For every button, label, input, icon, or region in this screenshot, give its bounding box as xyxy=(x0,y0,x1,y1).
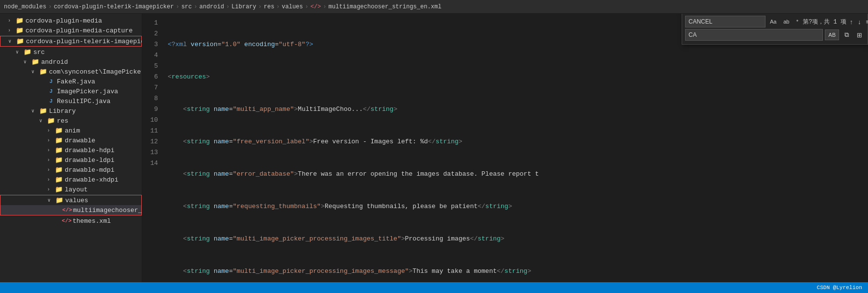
find-next-btn[interactable]: ↓ xyxy=(856,16,863,27)
breadcrumb-sep: › xyxy=(48,3,51,10)
sidebar-item-label: ImagePicker.java xyxy=(57,88,118,95)
arrow-icon: ∨ xyxy=(39,118,47,124)
arrow-icon: › xyxy=(8,18,16,24)
sidebar-item-layout[interactable]: › 📁 layout xyxy=(0,185,142,194)
find-match-case-btn[interactable]: Aa xyxy=(767,16,779,27)
sidebar: › 📁 cordova-plugin-media › 📁 cordova-plu… xyxy=(0,14,142,282)
sidebar-item-label: Library xyxy=(49,107,76,115)
find-replace-widget: Aa ab * 第?项，共 1 项 ↑ ↓ ≡ × AB ⧉ ⊞ xyxy=(682,14,868,45)
folder-icon: 📁 xyxy=(39,68,47,76)
sidebar-item-label: values xyxy=(65,197,88,204)
sidebar-item-drawable-mdpi[interactable]: › 📁 drawable-mdpi xyxy=(0,165,142,175)
find-expand-btn[interactable]: ≡ xyxy=(865,16,868,27)
sidebar-item-cordova-plugin-telerik[interactable]: ∨ 📁 cordova-plugin-telerik-imagepicker xyxy=(0,36,141,46)
arrow-icon: › xyxy=(47,148,55,153)
arrow-icon: › xyxy=(8,28,16,33)
replace-all-btn[interactable]: ⊞ xyxy=(854,29,865,40)
arrow-icon: › xyxy=(47,177,55,183)
sidebar-item-label: drawable-hdpi xyxy=(65,147,114,154)
breadcrumb: node_modules › cordova-plugin-telerik-im… xyxy=(0,0,868,14)
code-line-5: <string name="error_database">There was … xyxy=(168,169,864,180)
sidebar-item-themes-xml[interactable]: </> themes.xml xyxy=(0,216,142,226)
folder-icon: 📁 xyxy=(16,27,24,34)
sidebar-item-com-synconset[interactable]: ∨ 📁 com\synconset\ImagePicker xyxy=(0,67,142,77)
sidebar-item-label: cordova-plugin-telerik-imagepicker xyxy=(26,38,142,45)
sidebar-item-drawable-xhdpi[interactable]: › 📁 drawable-xhdpi xyxy=(0,175,142,185)
arrow-icon: ∨ xyxy=(48,197,55,203)
breadcrumb-sep: › xyxy=(276,3,280,10)
code-editor[interactable]: <?xml version="1.0" encoding="utf-8"?> <… xyxy=(162,14,868,282)
sidebar-item-anim[interactable]: › 📁 anim xyxy=(0,126,142,135)
sidebar-item-faker-java[interactable]: J FakeR.java xyxy=(0,77,142,86)
breadcrumb-part: node_modules xyxy=(4,3,46,10)
sidebar-item-drawable-hdpi[interactable]: › 📁 drawable-hdpi xyxy=(0,145,142,155)
folder-icon: 📁 xyxy=(55,146,63,154)
breadcrumb-part: res xyxy=(264,3,275,10)
arrow-icon: › xyxy=(47,187,55,192)
java-file-icon: J xyxy=(47,97,55,105)
breadcrumb-part: </> xyxy=(310,3,321,10)
replace-input[interactable] xyxy=(685,29,823,41)
sidebar-item-label: layout xyxy=(65,186,88,193)
sidebar-item-label: drawable-xhdpi xyxy=(65,176,118,184)
breadcrumb-sep: › xyxy=(258,3,262,10)
find-count: 第?项，共 1 项 xyxy=(803,18,846,26)
code-line-6: <string name="requesting_thumbnails">Req… xyxy=(168,201,864,212)
sidebar-item-values[interactable]: ∨ 📁 values xyxy=(0,195,141,205)
folder-icon: 📁 xyxy=(55,127,63,134)
folder-icon: 📁 xyxy=(55,136,63,144)
sidebar-item-cordova-plugin-media-capture[interactable]: › 📁 cordova-plugin-media-capture xyxy=(0,26,142,35)
arrow-icon: › xyxy=(47,158,55,163)
replace-preserve-case-btn[interactable]: AB xyxy=(825,29,839,40)
sidebar-item-imagepicker-java[interactable]: J ImagePicker.java xyxy=(0,86,142,96)
code-line-7: <string name="multi_image_picker_process… xyxy=(168,234,864,244)
find-whole-word-btn[interactable]: ab xyxy=(781,16,791,27)
folder-icon: 📁 xyxy=(55,166,63,174)
sidebar-item-label: com\synconset\ImagePicker xyxy=(49,68,142,76)
sidebar-item-multiimagechooser-xml[interactable]: </> multiimagechooser_strings_en.xml xyxy=(0,205,141,215)
java-file-icon: J xyxy=(47,78,55,85)
sidebar-item-label: drawable-ldpi xyxy=(65,157,114,164)
folder-icon: 📁 xyxy=(55,186,63,193)
sidebar-item-label: cordova-plugin-media-capture xyxy=(26,27,132,34)
find-input[interactable] xyxy=(685,16,766,27)
folder-icon: 📁 xyxy=(31,58,39,66)
arrow-icon: › xyxy=(47,138,55,143)
editor-content: 1 2 3 4 5 6 7 8 9 10 11 12 13 14 <?xml v… xyxy=(142,14,868,282)
sidebar-item-label: multiimagechooser_strings_en.xml xyxy=(73,207,142,214)
sidebar-item-android[interactable]: ∨ 📁 android xyxy=(0,57,142,67)
xml-file-icon: </> xyxy=(63,206,71,214)
arrow-icon: ∨ xyxy=(16,49,24,55)
sidebar-item-label: FakeR.java xyxy=(57,78,95,85)
folder-icon: 📁 xyxy=(55,156,63,164)
sidebar-item-drawable-ldpi[interactable]: › 📁 drawable-ldpi xyxy=(0,155,142,165)
sidebar-item-library[interactable]: ∨ 📁 Library xyxy=(0,106,142,116)
folder-icon: 📁 xyxy=(16,37,24,45)
breadcrumb-sep: › xyxy=(176,3,179,10)
arrow-icon: ∨ xyxy=(8,38,16,44)
sidebar-item-drawable[interactable]: › 📁 drawable xyxy=(0,135,142,145)
code-line-8: <string name="multi_image_picker_process… xyxy=(168,266,864,277)
breadcrumb-part: Library xyxy=(231,3,256,10)
sidebar-item-src[interactable]: ∨ 📁 src xyxy=(0,47,142,57)
find-regex-btn[interactable]: * xyxy=(794,16,801,27)
breadcrumb-part: src xyxy=(181,3,192,10)
attribution: CSDN @Lyrelion xyxy=(817,285,862,291)
sidebar-item-label: anim xyxy=(65,127,80,134)
sidebar-item-label: res xyxy=(57,117,68,125)
folder-icon: 📁 xyxy=(47,117,55,125)
sidebar-item-label: drawable-mdpi xyxy=(65,166,114,174)
sidebar-item-label: themes.xml xyxy=(73,217,111,225)
sidebar-item-label: drawable xyxy=(65,137,95,144)
sidebar-item-cordova-plugin-media[interactable]: › 📁 cordova-plugin-media xyxy=(0,16,142,26)
sidebar-item-label: src xyxy=(33,49,45,56)
sidebar-item-res[interactable]: ∨ 📁 res xyxy=(0,116,142,126)
replace-one-btn[interactable]: ⧉ xyxy=(841,29,852,40)
sidebar-item-label: android xyxy=(41,58,68,66)
arrow-icon: › xyxy=(47,167,55,173)
find-prev-btn[interactable]: ↑ xyxy=(848,16,855,27)
code-line-2: <resources> xyxy=(168,72,864,82)
sidebar-item-resultipc-java[interactable]: J ResultIPC.java xyxy=(0,96,142,106)
breadcrumb-sep: › xyxy=(194,3,197,10)
breadcrumb-sep: › xyxy=(305,3,308,10)
